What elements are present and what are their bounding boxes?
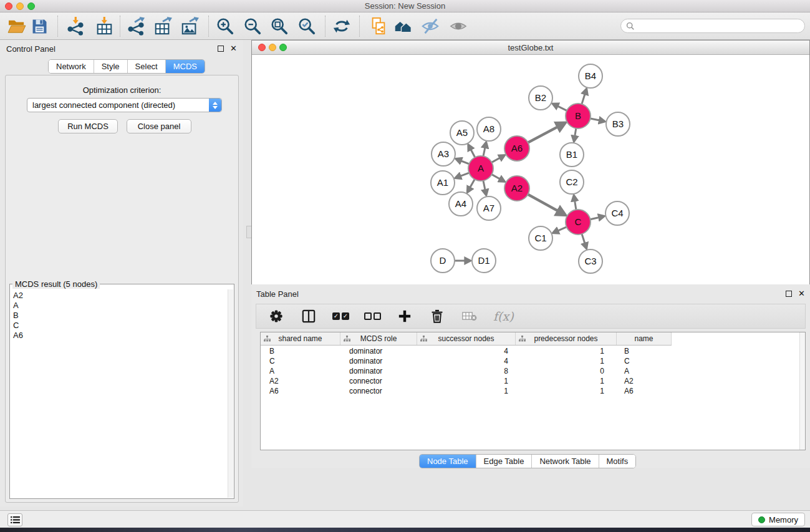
export-image-icon[interactable] <box>180 17 199 36</box>
delete-table-icon[interactable] <box>461 307 478 325</box>
table-row[interactable]: A6connector11A6 <box>261 386 799 396</box>
add-column-icon[interactable] <box>396 307 413 325</box>
network-zoom-button[interactable] <box>279 44 287 51</box>
tab-mcds[interactable]: MCDS <box>166 60 205 73</box>
function-builder-icon[interactable]: f(x) <box>493 309 514 323</box>
mcds-list-scrollbar[interactable] <box>228 289 233 498</box>
zoom-out-icon[interactable] <box>243 17 262 36</box>
show-all-icon[interactable] <box>449 17 468 36</box>
graph-edge-A-A8[interactable] <box>483 147 485 156</box>
graph-edge-A-A1[interactable] <box>460 173 470 177</box>
column-header-predecessor-nodes[interactable]: predecessor nodes <box>516 332 617 345</box>
graph-edge-A-A3[interactable] <box>460 160 470 164</box>
float-panel-icon[interactable] <box>218 46 224 52</box>
column-header-shared-name[interactable]: shared name <box>261 332 340 345</box>
graph-edge-C-C4[interactable] <box>591 217 600 219</box>
tab-style[interactable]: Style <box>94 60 128 73</box>
graph-edge-A2-C[interactable] <box>528 195 559 212</box>
deselect-all-checkbox-icon[interactable] <box>364 312 381 320</box>
table-cell[interactable]: B <box>617 346 672 356</box>
table-cell[interactable]: 1 <box>516 346 617 356</box>
close-window-button[interactable] <box>5 2 12 10</box>
import-network-icon[interactable] <box>66 17 85 36</box>
import-table-icon[interactable] <box>95 17 113 36</box>
graph-edge-C-C2[interactable] <box>574 200 576 210</box>
graph-edge-C-C1[interactable] <box>557 227 566 231</box>
mcds-result-item[interactable]: A6 <box>13 331 228 341</box>
select-all-checkbox-icon[interactable]: ✓✓ <box>332 312 349 320</box>
tab-network-table[interactable]: Network Table <box>532 455 599 468</box>
table-row[interactable]: Cdominator41C <box>261 356 799 366</box>
table-cell[interactable]: 4 <box>417 346 516 356</box>
table-cell[interactable]: 1 <box>516 376 617 386</box>
table-cell[interactable]: C <box>617 356 672 366</box>
table-row[interactable]: Bdominator41B <box>261 346 799 356</box>
open-session-icon[interactable] <box>7 17 26 36</box>
export-table-icon[interactable] <box>153 17 172 36</box>
export-network-icon[interactable] <box>127 17 145 36</box>
duplicate-network-icon[interactable] <box>369 17 388 36</box>
zoom-selected-icon[interactable] <box>297 17 316 36</box>
network-close-button[interactable] <box>258 44 266 51</box>
graph-edge-A6-B[interactable] <box>528 126 559 143</box>
column-header-MCDS-role[interactable]: MCDS role <box>340 332 417 345</box>
network-window-titlebar[interactable]: testGlobe.txt <box>252 41 809 55</box>
mcds-result-item[interactable]: C <box>13 321 228 331</box>
tab-node-table[interactable]: Node Table <box>420 455 476 468</box>
close-table-panel-icon[interactable]: ✕ <box>798 291 805 297</box>
run-mcds-button[interactable]: Run MCDS <box>58 119 118 133</box>
table-cell[interactable]: 1 <box>417 376 516 386</box>
close-panel-icon[interactable]: ✕ <box>230 46 237 52</box>
column-header-successor-nodes[interactable]: successor nodes <box>417 332 516 345</box>
graph-edge-C-C3[interactable] <box>582 234 585 244</box>
table-cell[interactable]: dominator <box>340 346 417 356</box>
refresh-view-icon[interactable] <box>332 17 351 36</box>
table-cell[interactable]: A2 <box>261 376 340 386</box>
table-cell[interactable]: A <box>261 366 340 376</box>
table-scrollbar[interactable] <box>799 332 805 450</box>
tab-edge-table[interactable]: Edge Table <box>476 455 533 468</box>
graph-edge-B-B2[interactable] <box>557 105 567 110</box>
graph-edge-B-B1[interactable] <box>575 128 576 137</box>
memory-button[interactable]: Memory <box>751 513 805 526</box>
graph-edge-A-A7[interactable] <box>483 181 485 191</box>
close-panel-button[interactable]: Close panel <box>127 119 191 133</box>
table-cell[interactable]: B <box>261 346 340 356</box>
graph-edge-B-B3[interactable] <box>591 118 600 120</box>
tab-select[interactable]: Select <box>128 60 166 73</box>
table-cell[interactable]: connector <box>340 376 417 386</box>
hide-selected-icon[interactable] <box>421 17 440 36</box>
table-cell[interactable]: A6 <box>617 386 672 396</box>
table-cell[interactable]: 8 <box>417 366 516 376</box>
table-settings-icon[interactable] <box>268 307 285 325</box>
tab-network[interactable]: Network <box>49 60 94 73</box>
table-cell[interactable]: 1 <box>516 356 617 366</box>
search-input[interactable] <box>638 22 804 31</box>
mcds-result-item[interactable]: A <box>13 301 228 311</box>
split-view-icon[interactable] <box>300 307 317 325</box>
table-cell[interactable]: dominator <box>340 366 417 376</box>
table-cell[interactable]: 1 <box>516 386 617 396</box>
table-cell[interactable]: A2 <box>617 376 672 386</box>
zoom-window-button[interactable] <box>27 2 35 10</box>
mcds-result-item[interactable]: A2 <box>13 291 228 301</box>
table-cell[interactable]: 1 <box>417 386 516 396</box>
network-graph[interactable]: B4B2BB3A8A5A6A3B1AC2A1A2A4A7C4CC1C3DD1 <box>252 55 809 321</box>
graph-edge-A-A4[interactable] <box>470 179 475 188</box>
task-history-button[interactable] <box>7 513 22 526</box>
table-cell[interactable]: 0 <box>516 366 617 376</box>
graph-edge-A-A6[interactable] <box>492 157 501 162</box>
delete-column-icon[interactable] <box>428 307 446 325</box>
table-cell[interactable]: C <box>261 356 340 366</box>
home-view-icon[interactable] <box>394 17 413 36</box>
optimization-criterion-dropdown[interactable]: largest connected component (directed) <box>27 98 222 112</box>
table-row[interactable]: A2connector11A2 <box>261 376 799 386</box>
zoom-fit-icon[interactable] <box>270 17 289 36</box>
table-cell[interactable]: connector <box>340 386 417 396</box>
minimize-window-button[interactable] <box>16 2 24 10</box>
save-session-icon[interactable] <box>30 17 49 36</box>
network-canvas[interactable]: B4B2BB3A8A5A6A3B1AC2A1A2A4A7C4CC1C3DD1 <box>252 55 809 321</box>
graph-edge-B-B4[interactable] <box>582 93 586 104</box>
column-header-name[interactable]: name <box>617 332 672 345</box>
network-minimize-button[interactable] <box>269 44 276 51</box>
